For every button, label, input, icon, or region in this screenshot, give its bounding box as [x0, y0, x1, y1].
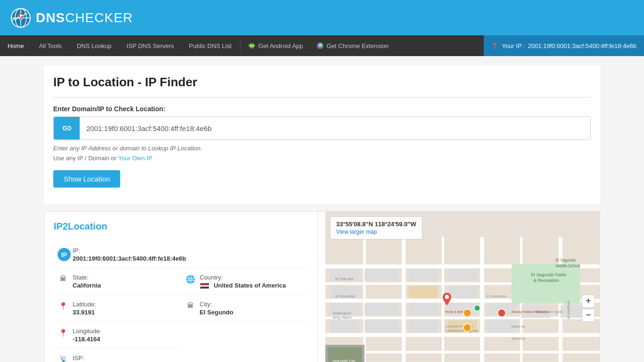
map-coords: 33°55'08.8"N 118°24'59.0"W	[336, 221, 416, 228]
globe-icon: 🌐	[186, 275, 195, 283]
lon-row: 📍 Longitude: -118.4164	[54, 322, 181, 349]
svg-text:Helicopter Pad: Helicopter Pad	[333, 359, 355, 362]
lon-info-col: Longitude: -118.4164	[73, 328, 101, 343]
hint-text-1: Enter any IP Address or domain to Lookup…	[53, 145, 591, 152]
svg-text:SPACES: SPACES	[512, 337, 525, 341]
country-info-col: Country: United States of America	[200, 274, 286, 289]
chrome-icon	[316, 42, 324, 49]
svg-text:W Holly Ave: W Holly Ave	[335, 277, 354, 281]
country-value: United States of America	[200, 282, 286, 289]
zoom-out-button[interactable]: −	[582, 309, 595, 322]
map-panel: 33°55'08.8"N 118°24'59.0"W View larger m…	[325, 212, 600, 362]
nav-android-app[interactable]: Get Android App	[241, 35, 310, 56]
lat-value: 33.9191	[73, 309, 96, 316]
ip-input[interactable]	[80, 117, 590, 140]
ip-label: IP:	[73, 247, 186, 254]
ip-icon: IP	[58, 248, 71, 261]
separator	[53, 97, 591, 98]
nav-items: Home All Tools DNS Lookup ISP DNS Server…	[0, 35, 484, 56]
nav-all-tools[interactable]: All Tools	[32, 35, 69, 56]
nav-public-dns[interactable]: Public DNS List	[182, 35, 239, 56]
latitude-pin-icon: 📍	[58, 302, 68, 310]
country-row: 🌐 Country: United States of America	[181, 268, 308, 295]
location-pin-icon: 📍	[491, 42, 499, 49]
longitude-pin-icon: 📍	[58, 329, 68, 337]
city-building-icon: 🏛	[187, 302, 194, 309]
content-wrapper: IP to Location - IP Finder Enter Domain/…	[39, 56, 605, 362]
svg-text:Linde Inc: Linde Inc	[512, 324, 526, 329]
svg-rect-36	[364, 269, 399, 281]
ip2location-panel: IP2Location IP IP: 2001:19f0:6001:3acf:5…	[44, 212, 318, 362]
svg-rect-39	[364, 303, 399, 315]
form-label: Enter Domain/IP to Check Location:	[53, 105, 591, 113]
svg-text:Company El Segundo: Company El Segundo	[446, 329, 479, 333]
svg-point-6	[250, 45, 251, 46]
your-own-ip-link[interactable]: Your Own IP	[118, 155, 153, 162]
logo-icon	[9, 7, 32, 29]
svg-point-73	[498, 309, 506, 317]
nav-dns-lookup[interactable]: DNS Lookup	[69, 35, 119, 56]
svg-rect-40	[409, 303, 438, 315]
svg-rect-12	[251, 48, 252, 49]
svg-point-74	[474, 305, 480, 311]
nav-chrome-extension[interactable]: Get Chrome Extension	[310, 35, 396, 56]
zoom-in-button[interactable]: +	[582, 295, 595, 308]
svg-text:Smoky Hollow Roasters: Smoky Hollow Roasters	[512, 310, 548, 314]
svg-rect-13	[252, 48, 253, 49]
lat-info-col: Latitude: 33.9191	[73, 301, 96, 316]
state-icon-wrap: 🏛	[58, 275, 69, 282]
svg-text:W Grand Ave: W Grand Ave	[335, 294, 355, 298]
svg-rect-10	[248, 45, 249, 47]
state-info-col: State: California	[73, 274, 101, 289]
nav-isp-dns[interactable]: ISP DNS Servers	[119, 35, 182, 56]
svg-rect-47	[364, 321, 399, 333]
page-title: IP to Location - IP Finder	[53, 75, 591, 90]
svg-rect-42	[448, 269, 477, 281]
view-larger-map-link[interactable]: View larger map	[336, 229, 416, 235]
info-grid: IP IP: 2001:19f0:6001:3acf:5400:4ff:fe18…	[54, 241, 308, 362]
show-location-button[interactable]: Show Location	[53, 170, 120, 188]
isp-info-col: ISP: The Constant Company LLC	[73, 354, 155, 362]
main-form-box: IP to Location - IP Finder Enter Domain/…	[44, 66, 600, 204]
hint-text-2: Use any IP / Domain or Your Own IP	[53, 155, 591, 162]
your-ip-value: 2001:19f0:6001:3acf:5400:4ff:fe18:4e6b	[528, 42, 636, 49]
isp-row: 📡 ISP: The Constant Company LLC	[54, 349, 308, 362]
svg-text:Middle School: Middle School	[555, 263, 580, 268]
chrome-extension-label: Get Chrome Extension	[327, 42, 389, 49]
svg-rect-41	[409, 269, 438, 281]
city-icon-wrap: 🏛	[185, 302, 196, 309]
nav-bar: Home All Tools DNS Lookup ISP DNS Server…	[0, 35, 644, 56]
input-icon-btn[interactable]	[54, 117, 80, 140]
ip-value: 2001:19f0:6001:3acf:5400:4ff:fe18:4e6b	[73, 255, 186, 262]
svg-line-9	[253, 43, 254, 44]
map-marker	[440, 293, 454, 311]
map-zoom-controls: + −	[582, 295, 595, 322]
ip-info-row: IP IP: 2001:19f0:6001:3acf:5400:4ff:fe18…	[54, 241, 308, 268]
lon-value: -118.4164	[73, 336, 101, 343]
svg-rect-37	[409, 286, 438, 298]
svg-rect-48	[409, 321, 438, 333]
city-label: City:	[200, 301, 234, 308]
svg-point-75	[463, 309, 471, 317]
svg-text:El Segundo Parks: El Segundo Parks	[531, 272, 567, 277]
ip-info-col: IP: 2001:19f0:6001:3acf:5400:4ff:fe18:4e…	[73, 247, 186, 262]
logo-area[interactable]: DNSCHECKER	[9, 7, 133, 29]
svg-point-72	[463, 324, 471, 332]
svg-point-76	[445, 295, 449, 299]
svg-text:E Grand Ave: E Grand Ave	[487, 294, 506, 298]
map-coords-box: 33°55'08.8"N 118°24'59.0"W View larger m…	[330, 216, 422, 239]
lat-icon-wrap: 📍	[58, 302, 69, 311]
svg-text:El Segundo: El Segundo	[555, 258, 576, 263]
svg-point-7	[253, 45, 254, 46]
nav-home[interactable]: Home	[0, 35, 32, 56]
isp-label: ISP:	[73, 354, 155, 362]
lon-label: Longitude:	[73, 328, 101, 335]
logo-text: DNSCHECKER	[36, 10, 133, 25]
android-icon	[248, 42, 256, 49]
svg-text:& Recreation: & Recreation	[534, 278, 559, 283]
state-label: State:	[73, 274, 101, 281]
isp-icon-wrap: 📡	[58, 355, 69, 362]
svg-rect-46	[330, 321, 359, 333]
city-info-col: City: El Segundo	[200, 301, 234, 316]
lon-icon-wrap: 📍	[58, 329, 69, 337]
